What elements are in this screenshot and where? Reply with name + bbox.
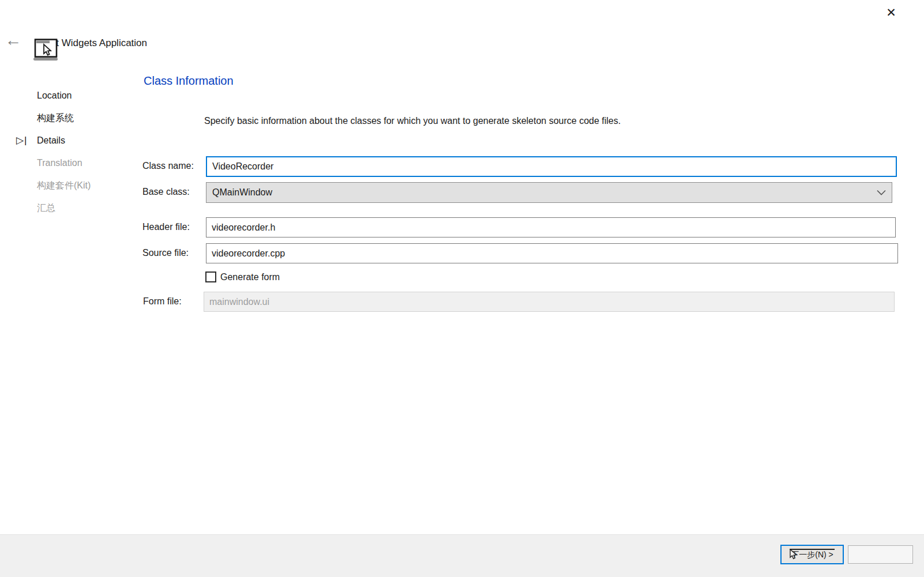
step-location: Location	[37, 84, 91, 107]
qt-widgets-app-icon	[32, 38, 59, 63]
page-description: Specify basic information about the clas…	[204, 116, 621, 126]
wizard-steps: Location 构建系统 ▷|Details Translation 构建套件…	[37, 84, 91, 219]
source-file-label: Source file:	[142, 248, 189, 258]
step-translation: Translation	[37, 152, 91, 174]
generate-form-label[interactable]: Generate form	[220, 272, 280, 282]
cursor-icon	[790, 549, 797, 560]
back-arrow-icon[interactable]: ←	[5, 31, 22, 48]
current-step-indicator-icon: ▷|	[16, 129, 28, 152]
close-icon[interactable]: ✕	[881, 3, 901, 22]
step-summary: 汇总	[37, 197, 91, 219]
header-file-input[interactable]	[206, 217, 896, 237]
qt-wizard-dialog: { "window": { "close_glyph": "✕" }, "hea…	[0, 0, 924, 577]
step-kits: 构建套件(Kit)	[37, 174, 91, 197]
cancel-button[interactable]	[848, 545, 913, 564]
wizard-title: Qt Widgets Application	[48, 36, 147, 50]
class-name-input[interactable]	[206, 156, 897, 177]
form-file-input	[204, 292, 895, 312]
header-file-label: Header file:	[142, 222, 190, 232]
base-class-value: QMainWindow	[212, 187, 877, 198]
generate-form-checkbox[interactable]	[205, 271, 216, 282]
chevron-down-icon	[877, 190, 886, 195]
next-button[interactable]: 下一步(N) >	[780, 545, 844, 564]
form-file-label: Form file:	[143, 296, 182, 307]
class-name-label: Class name:	[142, 161, 194, 171]
base-class-dropdown[interactable]: QMainWindow	[206, 182, 892, 203]
step-details-label: Details	[37, 135, 65, 145]
step-build-system: 构建系统	[37, 107, 91, 129]
step-details: ▷|Details	[37, 129, 91, 152]
source-file-input[interactable]	[206, 243, 898, 263]
base-class-label: Base class:	[142, 187, 190, 197]
page-title: Class Information	[144, 74, 234, 88]
